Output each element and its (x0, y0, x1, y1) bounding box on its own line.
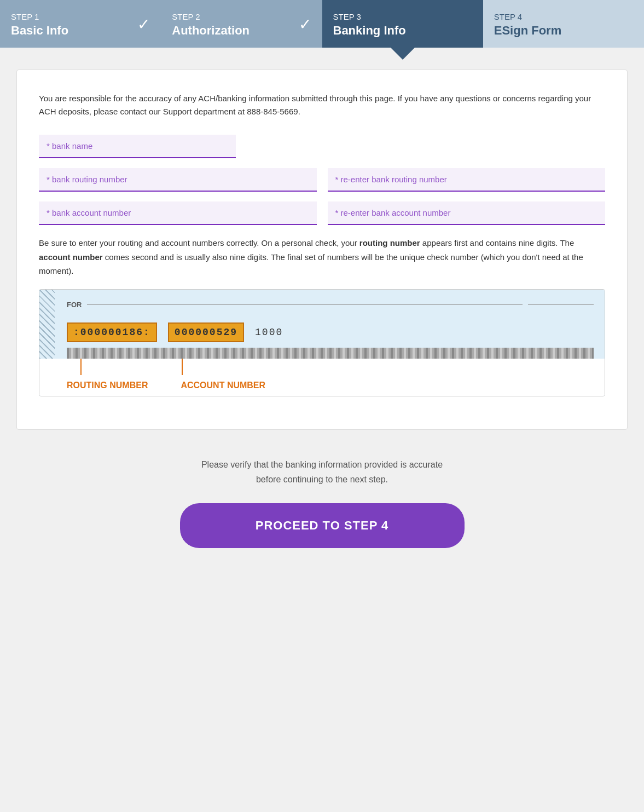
desc-before-routing: Be sure to enter your routing and accoun… (39, 238, 359, 247)
check-for-line: FOR (67, 301, 594, 309)
check-numbers-row: :000000186: 000000529 1000 (67, 317, 594, 348)
bank-name-row (39, 135, 605, 158)
check-labels-row: ROUTING NUMBER ACCOUNT NUMBER (39, 375, 605, 396)
account-label: ACCOUNT NUMBER (181, 381, 265, 390)
step-2-check-icon: ✓ (299, 15, 311, 33)
step-4-name: ESign Form (494, 24, 633, 38)
check-body: FOR :000000186: 000000529 1000 (39, 290, 605, 359)
step-4[interactable]: STEP 4 ESign Form (483, 0, 644, 48)
bank-name-field (39, 135, 236, 158)
steps-header: STEP 1 Basic Info ✓ STEP 2 Authorization… (0, 0, 644, 48)
proceed-section: PROCEED TO STEP 4 (16, 498, 628, 565)
verify-section: Please verify that the banking informati… (16, 446, 628, 498)
form-section (39, 135, 605, 225)
step-2-number: STEP 2 (172, 12, 311, 21)
step-3-name: Banking Info (333, 24, 472, 38)
check-for-label: FOR (67, 301, 82, 309)
reenter-account-input[interactable] (328, 201, 606, 225)
account-number-box: 000000529 (168, 323, 244, 342)
description-text: Be sure to enter your routing and accoun… (39, 236, 605, 278)
desc-after-account: comes second and is usually also nine di… (39, 252, 583, 276)
check-inner: FOR :000000186: 000000529 1000 (67, 301, 594, 348)
step-1-number: STEP 1 (11, 12, 150, 21)
account-number-field (39, 201, 317, 225)
intro-text: You are responsible for the accuracy of … (39, 92, 605, 118)
routing-number-field (39, 168, 317, 192)
step-4-number: STEP 4 (494, 12, 633, 21)
account-row (39, 201, 605, 225)
step-2[interactable]: STEP 2 Authorization ✓ (161, 0, 322, 48)
check-for-underline (87, 304, 523, 305)
verify-text: Please verify that the banking informati… (16, 457, 628, 487)
desc-account-bold: account number (39, 252, 103, 262)
desc-routing-bold: routing number (359, 238, 420, 247)
routing-number-input[interactable] (39, 168, 317, 192)
step-2-name: Authorization (172, 24, 311, 38)
desc-after-routing: appears first and contains nine digits. … (420, 238, 575, 247)
account-number-input[interactable] (39, 201, 317, 225)
main-card: You are responsible for the accuracy of … (16, 70, 628, 430)
bank-name-input[interactable] (39, 135, 236, 158)
step-1-name: Basic Info (11, 24, 150, 38)
step-1-check-icon: ✓ (137, 15, 150, 33)
reenter-account-field (328, 201, 606, 225)
routing-row (39, 168, 605, 192)
step-3[interactable]: STEP 3 Banking Info (322, 0, 483, 48)
content-wrapper: You are responsible for the accuracy of … (0, 48, 644, 581)
step-3-number: STEP 3 (333, 12, 472, 21)
routing-number-box: :000000186: (67, 323, 157, 342)
verify-line1: Please verify that the banking informati… (201, 460, 443, 469)
check-number-display: 1000 (255, 327, 283, 338)
check-diagram: FOR :000000186: 000000529 1000 (39, 289, 605, 396)
arrow-routing-line (80, 359, 82, 375)
verify-line2: before continuing to the next step. (256, 475, 388, 484)
check-bottom-pattern (67, 348, 594, 359)
label-arrows (39, 359, 605, 375)
reenter-routing-input[interactable] (328, 168, 606, 192)
step-1[interactable]: STEP 1 Basic Info ✓ (0, 0, 161, 48)
reenter-routing-field (328, 168, 606, 192)
proceed-button[interactable]: PROCEED TO STEP 4 (180, 503, 465, 548)
arrow-account-line (182, 359, 183, 375)
check-pattern-side (39, 290, 55, 359)
check-short-line (528, 304, 594, 305)
routing-label: ROUTING NUMBER (67, 381, 148, 390)
